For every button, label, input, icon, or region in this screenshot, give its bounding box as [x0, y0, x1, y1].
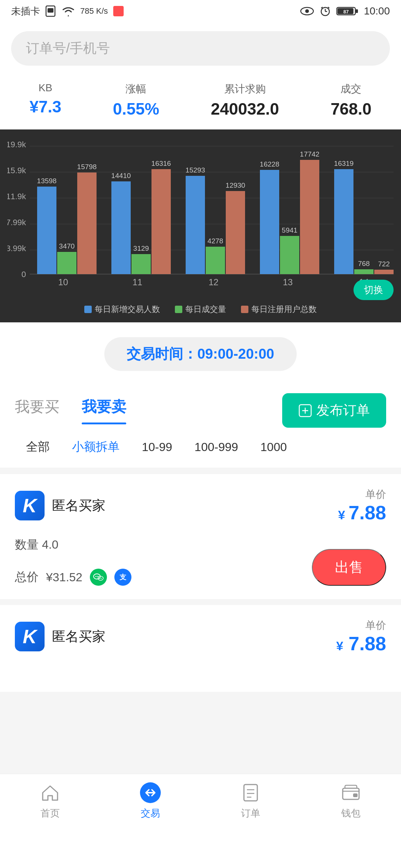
stat-demand-label: 累计求购: [211, 82, 279, 96]
status-left: 未插卡 785 K/s: [11, 5, 124, 18]
svg-rect-47: [260, 170, 279, 274]
legend-brown-label: 每日注册用户总数: [251, 304, 317, 315]
nav-trade[interactable]: 交易: [139, 782, 162, 820]
svg-text:15.9k: 15.9k: [7, 166, 26, 175]
legend-green-dot: [175, 306, 182, 313]
legend-blue: 每日新增交易人数: [84, 304, 160, 315]
trading-time-box: 交易时间：09:00-20:00: [104, 337, 296, 371]
svg-point-68: [99, 578, 100, 579]
svg-text:87: 87: [343, 9, 349, 14]
order-price-col-2: 单价 ¥ 7.88: [336, 618, 386, 655]
svg-text:16316: 16316: [151, 160, 171, 167]
filter-1000[interactable]: 1000: [249, 437, 298, 458]
order-header-1: K 匿名买家 单价 ¥ 7.88: [15, 487, 386, 524]
seller-avatar-2: K: [15, 622, 45, 651]
svg-rect-54: [334, 169, 353, 274]
legend-brown-dot: [241, 306, 248, 313]
svg-rect-79: [353, 793, 358, 797]
order-icon: [239, 782, 262, 804]
nav-wallet-label: 钱包: [341, 807, 361, 820]
legend-brown: 每日注册用户总数: [241, 304, 317, 315]
legend-blue-label: 每日新增交易人数: [95, 304, 160, 315]
wallet-icon: [340, 782, 362, 804]
svg-point-66: [97, 576, 98, 577]
status-bar: 未插卡 785 K/s 87 10:00: [0, 0, 401, 22]
quantity-label-1: 数量: [15, 538, 39, 551]
stat-trade: 成交 768.0: [330, 82, 371, 118]
sell-button-1[interactable]: 出售: [312, 549, 386, 586]
svg-text:16228: 16228: [260, 160, 280, 168]
svg-text:3.99k: 3.99k: [7, 244, 26, 253]
svg-text:11: 11: [133, 277, 143, 287]
switch-chart-button[interactable]: 切换: [353, 280, 394, 300]
home-icon: [39, 782, 61, 804]
order-partial-spacer: [15, 664, 386, 678]
price-value-2: ¥ 7.88: [336, 632, 386, 655]
chart-legend: 每日新增交易人数 每日成交量 每日注册用户总数: [7, 304, 394, 315]
nav-wallet[interactable]: 钱包: [340, 782, 362, 820]
tab-buy[interactable]: 我要买: [15, 397, 59, 424]
stat-kb-value: ¥7.3: [29, 98, 61, 116]
svg-rect-27: [57, 252, 76, 274]
nav-trade-label: 交易: [141, 807, 160, 820]
total-label-1: 总价: [15, 569, 39, 585]
filter-100-999[interactable]: 100-999: [183, 437, 249, 458]
bar-chart: 19.9k 15.9k 11.9k 7.99k 3.99k 0 13598 34…: [7, 141, 394, 296]
svg-text:5941: 5941: [282, 226, 297, 234]
bottom-nav: 首页 交易 订单: [0, 774, 401, 831]
order-header-2: K 匿名买家 单价 ¥ 7.88: [15, 618, 386, 655]
tab-sell[interactable]: 我要卖: [82, 397, 126, 424]
filter-small[interactable]: 小额拆单: [61, 435, 131, 459]
legend-green-label: 每日成交量: [185, 304, 226, 315]
wifi-icon: [61, 5, 76, 17]
filter-row: 全部 小额拆单 10-99 100-999 1000: [0, 428, 401, 468]
filter-10-99[interactable]: 10-99: [131, 437, 183, 458]
nav-home[interactable]: 首页: [39, 782, 61, 820]
nav-order[interactable]: 订单: [239, 782, 262, 820]
search-input[interactable]: 订单号/手机号: [11, 31, 390, 66]
stat-trade-value: 768.0: [330, 100, 371, 118]
svg-rect-41: [206, 247, 225, 274]
svg-text:11.9k: 11.9k: [7, 192, 26, 201]
svg-point-69: [101, 578, 101, 579]
seller-avatar-1: K: [15, 491, 45, 520]
svg-text:4278: 4278: [208, 237, 223, 245]
publish-order-button[interactable]: 发布订单: [282, 393, 386, 428]
order-footer-1: 总价 ¥31.52 支 出售: [15, 560, 386, 586]
filter-all[interactable]: 全部: [15, 435, 61, 459]
trading-time-wrap: 交易时间：09:00-20:00: [0, 322, 401, 382]
svg-rect-74: [244, 785, 257, 801]
eye-icon: [300, 6, 314, 16]
status-right: 87 10:00: [300, 5, 390, 17]
svg-rect-2: [113, 6, 124, 16]
price-label-2: 单价: [336, 618, 386, 632]
svg-rect-35: [151, 169, 171, 274]
system-nav: [0, 831, 401, 868]
stat-rise-label: 涨幅: [113, 82, 159, 96]
battery-icon: 87: [336, 6, 359, 16]
svg-point-4: [305, 9, 309, 13]
svg-rect-34: [131, 254, 151, 274]
legend-green: 每日成交量: [175, 304, 226, 315]
svg-rect-12: [356, 9, 358, 13]
wechat-payment-icon: [90, 569, 107, 586]
stats-row: KB ¥7.3 涨幅 0.55% 累计求购 240032.0 成交 768.0: [0, 75, 401, 129]
svg-rect-55: [354, 269, 374, 274]
order-card-2: K 匿名买家 单价 ¥ 7.88: [0, 605, 401, 692]
trade-icon: [139, 782, 162, 804]
order-seller-1: K 匿名买家: [15, 491, 105, 520]
chart-area: 19.9k 15.9k 11.9k 7.99k 3.99k 0 13598 34…: [0, 129, 401, 322]
stat-rise: 涨幅 0.55%: [113, 82, 159, 118]
svg-rect-28: [77, 172, 97, 274]
svg-rect-40: [186, 176, 205, 274]
stat-kb: KB ¥7.3: [29, 82, 61, 118]
svg-text:16319: 16319: [334, 160, 354, 167]
svg-text:0: 0: [22, 270, 26, 279]
svg-text:支: 支: [119, 573, 127, 581]
svg-point-65: [95, 576, 97, 577]
svg-text:7.99k: 7.99k: [7, 218, 26, 227]
svg-text:19.9k: 19.9k: [7, 141, 26, 149]
total-value-1: ¥31.52: [46, 571, 82, 584]
svg-text:10: 10: [58, 277, 68, 287]
seller-name-1: 匿名买家: [52, 497, 105, 515]
